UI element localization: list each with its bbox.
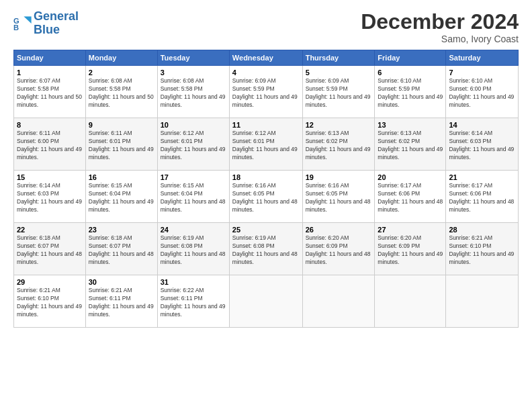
- calendar-cell: [302, 275, 375, 328]
- calendar-cell: 27Sunrise: 6:20 AMSunset: 6:09 PMDayligh…: [375, 223, 446, 275]
- calendar-cell: 29Sunrise: 6:21 AMSunset: 6:10 PMDayligh…: [14, 275, 86, 328]
- calendar-cell: [446, 275, 519, 328]
- day-number: 8: [17, 121, 83, 129]
- calendar-cell: 14Sunrise: 6:14 AMSunset: 6:03 PMDayligh…: [446, 118, 519, 171]
- day-info: Sunrise: 6:11 AMSunset: 6:01 PMDaylight:…: [89, 130, 154, 162]
- day-info: Sunrise: 6:16 AMSunset: 6:05 PMDaylight:…: [232, 182, 300, 214]
- calendar-cell: 30Sunrise: 6:21 AMSunset: 6:11 PMDayligh…: [85, 275, 157, 328]
- calendar-cell: 3Sunrise: 6:08 AMSunset: 5:58 PMDaylight…: [157, 66, 229, 118]
- calendar-cell: 7Sunrise: 6:10 AMSunset: 6:00 PMDaylight…: [446, 66, 519, 118]
- calendar-cell: 18Sunrise: 6:16 AMSunset: 6:05 PMDayligh…: [229, 171, 302, 223]
- day-number: 27: [378, 226, 443, 234]
- logo-icon: G B: [13, 14, 32, 33]
- day-info: Sunrise: 6:20 AMSunset: 6:09 PMDaylight:…: [378, 234, 443, 267]
- day-number: 1: [17, 68, 83, 77]
- calendar-cell: 1Sunrise: 6:07 AMSunset: 5:58 PMDaylight…: [14, 66, 86, 118]
- day-number: 6: [378, 68, 443, 77]
- day-info: Sunrise: 6:19 AMSunset: 6:08 PMDaylight:…: [161, 234, 226, 267]
- day-header: Friday: [375, 50, 446, 66]
- calendar-cell: 31Sunrise: 6:22 AMSunset: 6:11 PMDayligh…: [157, 275, 229, 328]
- day-number: 9: [89, 121, 154, 129]
- location-subtitle: Samo, Ivory Coast: [361, 34, 519, 44]
- calendar-cell: 15Sunrise: 6:14 AMSunset: 6:03 PMDayligh…: [14, 171, 86, 223]
- day-number: 17: [161, 173, 226, 181]
- logo: G B General Blue: [13, 10, 79, 37]
- calendar-cell: 20Sunrise: 6:17 AMSunset: 6:06 PMDayligh…: [375, 171, 446, 223]
- day-number: 30: [89, 278, 154, 286]
- day-info: Sunrise: 6:09 AMSunset: 5:59 PMDaylight:…: [232, 77, 300, 109]
- day-info: Sunrise: 6:22 AMSunset: 6:11 PMDaylight:…: [161, 287, 226, 319]
- month-title: December 2024: [361, 10, 519, 34]
- day-info: Sunrise: 6:08 AMSunset: 5:58 PMDaylight:…: [89, 77, 154, 109]
- day-info: Sunrise: 6:10 AMSunset: 5:59 PMDaylight:…: [378, 77, 443, 109]
- calendar-cell: 4Sunrise: 6:09 AMSunset: 5:59 PMDaylight…: [229, 66, 302, 118]
- day-header: Tuesday: [157, 50, 229, 66]
- day-info: Sunrise: 6:15 AMSunset: 6:04 PMDaylight:…: [89, 182, 154, 214]
- calendar-cell: 25Sunrise: 6:19 AMSunset: 6:08 PMDayligh…: [229, 223, 302, 275]
- svg-text:B: B: [13, 24, 19, 32]
- day-info: Sunrise: 6:14 AMSunset: 6:03 PMDaylight:…: [449, 130, 515, 162]
- day-info: Sunrise: 6:21 AMSunset: 6:10 PMDaylight:…: [449, 234, 515, 267]
- day-number: 7: [449, 68, 515, 77]
- day-info: Sunrise: 6:15 AMSunset: 6:04 PMDaylight:…: [161, 182, 226, 214]
- day-number: 31: [161, 278, 226, 286]
- day-info: Sunrise: 6:11 AMSunset: 6:00 PMDaylight:…: [17, 130, 83, 162]
- calendar-cell: 21Sunrise: 6:17 AMSunset: 6:06 PMDayligh…: [446, 171, 519, 223]
- day-number: 26: [306, 226, 372, 234]
- calendar-cell: 16Sunrise: 6:15 AMSunset: 6:04 PMDayligh…: [85, 171, 157, 223]
- day-header: Thursday: [302, 50, 375, 66]
- calendar-cell: 8Sunrise: 6:11 AMSunset: 6:00 PMDaylight…: [14, 118, 86, 171]
- title-area: December 2024 Samo, Ivory Coast: [361, 10, 519, 44]
- day-number: 14: [449, 121, 515, 129]
- day-number: 23: [89, 226, 154, 234]
- day-info: Sunrise: 6:21 AMSunset: 6:10 PMDaylight:…: [17, 287, 83, 319]
- day-info: Sunrise: 6:17 AMSunset: 6:06 PMDaylight:…: [378, 182, 443, 214]
- day-info: Sunrise: 6:08 AMSunset: 5:58 PMDaylight:…: [161, 77, 226, 109]
- day-number: 29: [17, 278, 83, 286]
- day-info: Sunrise: 6:17 AMSunset: 6:06 PMDaylight:…: [449, 182, 515, 214]
- day-number: 28: [449, 226, 515, 234]
- calendar-cell: 24Sunrise: 6:19 AMSunset: 6:08 PMDayligh…: [157, 223, 229, 275]
- day-header: Monday: [85, 50, 157, 66]
- calendar-cell: 10Sunrise: 6:12 AMSunset: 6:01 PMDayligh…: [157, 118, 229, 171]
- day-header: Wednesday: [229, 50, 302, 66]
- calendar-table: SundayMondayTuesdayWednesdayThursdayFrid…: [13, 50, 519, 328]
- calendar-cell: 5Sunrise: 6:09 AMSunset: 5:59 PMDaylight…: [302, 66, 375, 118]
- day-info: Sunrise: 6:18 AMSunset: 6:07 PMDaylight:…: [17, 234, 83, 267]
- calendar-cell: 28Sunrise: 6:21 AMSunset: 6:10 PMDayligh…: [446, 223, 519, 275]
- calendar-cell: 2Sunrise: 6:08 AMSunset: 5:58 PMDaylight…: [85, 66, 157, 118]
- day-info: Sunrise: 6:18 AMSunset: 6:07 PMDaylight:…: [89, 234, 154, 267]
- day-info: Sunrise: 6:07 AMSunset: 5:58 PMDaylight:…: [17, 77, 83, 109]
- calendar-cell: 17Sunrise: 6:15 AMSunset: 6:04 PMDayligh…: [157, 171, 229, 223]
- day-number: 22: [17, 226, 83, 234]
- day-number: 10: [161, 121, 226, 129]
- calendar-cell: 6Sunrise: 6:10 AMSunset: 5:59 PMDaylight…: [375, 66, 446, 118]
- day-number: 13: [378, 121, 443, 129]
- calendar-cell: [229, 275, 302, 328]
- calendar-cell: 26Sunrise: 6:20 AMSunset: 6:09 PMDayligh…: [302, 223, 375, 275]
- header: G B General Blue December 2024 Samo, Ivo…: [13, 10, 519, 44]
- day-number: 12: [306, 121, 372, 129]
- day-number: 21: [449, 173, 515, 181]
- day-info: Sunrise: 6:13 AMSunset: 6:02 PMDaylight:…: [306, 130, 372, 162]
- day-info: Sunrise: 6:12 AMSunset: 6:01 PMDaylight:…: [161, 130, 226, 162]
- calendar-cell: 13Sunrise: 6:13 AMSunset: 6:02 PMDayligh…: [375, 118, 446, 171]
- day-number: 4: [232, 68, 300, 77]
- day-info: Sunrise: 6:20 AMSunset: 6:09 PMDaylight:…: [306, 234, 372, 267]
- day-info: Sunrise: 6:12 AMSunset: 6:01 PMDaylight:…: [232, 130, 300, 162]
- calendar-cell: 11Sunrise: 6:12 AMSunset: 6:01 PMDayligh…: [229, 118, 302, 171]
- page: G B General Blue December 2024 Samo, Ivo…: [0, 0, 532, 411]
- day-header: Saturday: [446, 50, 519, 66]
- day-number: 5: [306, 68, 372, 77]
- day-info: Sunrise: 6:19 AMSunset: 6:08 PMDaylight:…: [232, 234, 300, 267]
- day-number: 19: [306, 173, 372, 181]
- day-number: 2: [89, 68, 154, 77]
- day-number: 15: [17, 173, 83, 181]
- day-info: Sunrise: 6:21 AMSunset: 6:11 PMDaylight:…: [89, 287, 154, 319]
- calendar-cell: 9Sunrise: 6:11 AMSunset: 6:01 PMDaylight…: [85, 118, 157, 171]
- day-info: Sunrise: 6:14 AMSunset: 6:03 PMDaylight:…: [17, 182, 83, 214]
- day-number: 3: [161, 68, 226, 77]
- calendar-cell: 12Sunrise: 6:13 AMSunset: 6:02 PMDayligh…: [302, 118, 375, 171]
- day-header: Sunday: [14, 50, 86, 66]
- day-info: Sunrise: 6:09 AMSunset: 5:59 PMDaylight:…: [306, 77, 372, 109]
